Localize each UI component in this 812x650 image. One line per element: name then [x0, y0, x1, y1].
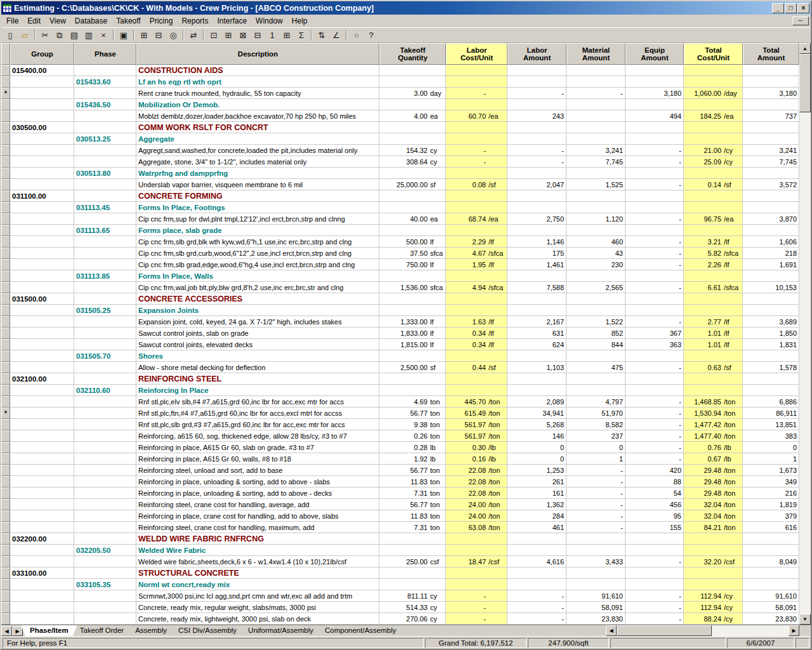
cell-description[interactable]: Rnf stl,plc,ftn,#4 #7,a615,grd 60,inc lb…	[136, 408, 379, 419]
cell-labor-cost-unit[interactable]	[446, 168, 508, 179]
vertical-scroll-track[interactable]	[799, 112, 811, 614]
cell-total-amount[interactable]	[743, 567, 799, 579]
cell-group[interactable]	[10, 396, 74, 408]
cell-total-cost-unit[interactable]: 0.14/sf	[684, 179, 743, 190]
cell-total-cost-unit[interactable]: 0.76/lb	[684, 442, 743, 453]
cell-group[interactable]	[10, 145, 74, 156]
cell-material-amount[interactable]	[566, 133, 625, 145]
cell-phase[interactable]	[74, 396, 136, 408]
cell-total-cost-unit[interactable]: 1,477.40/ton	[684, 430, 743, 442]
cell-equip-amount[interactable]	[625, 168, 684, 179]
cell-group[interactable]	[10, 248, 74, 259]
row-header[interactable]	[1, 282, 10, 293]
cell-takeoff-quantity[interactable]	[379, 225, 446, 236]
cell-group[interactable]	[10, 465, 74, 476]
menu-file[interactable]: File	[2, 15, 23, 27]
cell-takeoff-quantity[interactable]: 56.77ton	[379, 499, 446, 510]
cell-material-amount[interactable]: 4,797	[566, 396, 625, 408]
cell-phase[interactable]	[74, 488, 136, 499]
cell-phase[interactable]: 032110.60	[74, 385, 136, 396]
cell-labor-cost-unit[interactable]: 4.94/sfca	[446, 282, 508, 293]
cell-equip-amount[interactable]	[625, 133, 684, 145]
minimize-button[interactable]: _	[772, 3, 784, 13]
cell-labor-cost-unit[interactable]: -	[446, 602, 508, 613]
cell-material-amount[interactable]	[566, 202, 625, 213]
cell-equip-amount[interactable]: -	[625, 396, 684, 408]
cell-group[interactable]	[10, 579, 74, 590]
cell-material-amount[interactable]: 3,433	[566, 556, 625, 567]
cell-material-amount[interactable]: 43	[566, 248, 625, 259]
cell-equip-amount[interactable]: -	[625, 419, 684, 430]
cell-material-amount[interactable]: 1,120	[566, 213, 625, 225]
cell-total-amount[interactable]: 616	[743, 522, 799, 533]
cell-material-amount[interactable]: 7,745	[566, 156, 625, 168]
cell-equip-amount[interactable]	[625, 76, 684, 88]
cell-group[interactable]	[10, 419, 74, 430]
find-icon[interactable]: ◎	[166, 29, 180, 42]
cell-equip-amount[interactable]: -	[625, 613, 684, 625]
cell-group[interactable]: 032200.00	[10, 533, 74, 545]
cell-labor-cost-unit[interactable]	[446, 133, 508, 145]
cell-phase[interactable]	[74, 190, 136, 202]
cell-phase[interactable]	[74, 567, 136, 579]
cell-description[interactable]: Moblzt demblz,dozer,loader,backhoe excav…	[136, 110, 379, 122]
cell-material-amount[interactable]: 3,241	[566, 145, 625, 156]
cell-total-amount[interactable]	[743, 385, 799, 396]
cell-material-amount[interactable]: 230	[566, 259, 625, 270]
row-header[interactable]	[1, 430, 10, 442]
cell-labor-amount[interactable]: 2,167	[508, 316, 566, 328]
cell-description[interactable]: Reinforcing in place, unloading & sortin…	[136, 488, 379, 499]
cell-takeoff-quantity[interactable]: 270.06cy	[379, 613, 446, 625]
cell-takeoff-quantity[interactable]: 11.83ton	[379, 476, 446, 488]
tab-scroll-right-icon[interactable]: ▶	[12, 626, 23, 636]
cell-group[interactable]: 015400.00	[10, 65, 74, 76]
cell-labor-amount[interactable]: 261	[508, 476, 566, 488]
cell-labor-amount[interactable]: 161	[508, 488, 566, 499]
cell-labor-cost-unit[interactable]	[446, 99, 508, 110]
cell-labor-cost-unit[interactable]: 24.00/ton	[446, 510, 508, 522]
cell-total-cost-unit[interactable]	[684, 385, 743, 396]
cell-total-amount[interactable]: 10,153	[743, 282, 799, 293]
cell-labor-cost-unit[interactable]	[446, 225, 508, 236]
cell-total-cost-unit[interactable]	[684, 533, 743, 545]
cell-group[interactable]	[10, 499, 74, 510]
cell-total-amount[interactable]: 7,745	[743, 156, 799, 168]
cell-phase[interactable]: 033105.35	[74, 579, 136, 590]
cell-labor-amount[interactable]: 7,588	[508, 282, 566, 293]
column-header-lamt[interactable]: Labor Amount	[508, 43, 566, 65]
cell-description[interactable]: Rnf stl,plc,elv slb,#4 #7,a615,grd 60,in…	[136, 396, 379, 408]
cell-description[interactable]: Sawcut control joints, slab on grade	[136, 328, 379, 339]
cell-labor-cost-unit[interactable]	[446, 293, 508, 305]
cell-description[interactable]: Reinforcing In Place	[136, 385, 379, 396]
cell-takeoff-quantity[interactable]	[379, 190, 446, 202]
cell-total-amount[interactable]: 3,180	[743, 88, 799, 99]
cell-takeoff-quantity[interactable]: 9.38ton	[379, 419, 446, 430]
cell-total-cost-unit[interactable]: 112.94/cy	[684, 590, 743, 602]
cell-description[interactable]: Allow - shore metal decking for deflecti…	[136, 362, 379, 373]
cell-description[interactable]: Scrmnwt,3000 psi,inc lcl agg,snd,prt cmn…	[136, 590, 379, 602]
cell-labor-amount[interactable]	[508, 533, 566, 545]
cell-equip-amount[interactable]: 54	[625, 488, 684, 499]
cell-labor-cost-unit[interactable]	[446, 579, 508, 590]
cell-total-cost-unit[interactable]: 112.94/cy	[684, 602, 743, 613]
cell-labor-cost-unit[interactable]: 0.34/lf	[446, 339, 508, 350]
cell-labor-amount[interactable]: 2,750	[508, 213, 566, 225]
cell-phase[interactable]: 030513.25	[74, 133, 136, 145]
cell-labor-amount[interactable]	[508, 168, 566, 179]
cell-takeoff-quantity[interactable]: 811.11cy	[379, 590, 446, 602]
cell-description[interactable]: Concrete, ready mix, regular weight, sla…	[136, 602, 379, 613]
cell-group[interactable]	[10, 270, 74, 282]
cell-equip-amount[interactable]: 155	[625, 522, 684, 533]
cell-takeoff-quantity[interactable]: 7.31ton	[379, 522, 446, 533]
row-header[interactable]	[1, 270, 10, 282]
row-header[interactable]	[1, 476, 10, 488]
cell-description[interactable]: Aggregate, stone, 3/4" to 1-1/2", includ…	[136, 156, 379, 168]
cell-equip-amount[interactable]: -	[625, 453, 684, 465]
cell-phase[interactable]	[74, 316, 136, 328]
cell-takeoff-quantity[interactable]: 0.26ton	[379, 430, 446, 442]
cell-labor-amount[interactable]	[508, 579, 566, 590]
cell-total-amount[interactable]: 58,091	[743, 602, 799, 613]
row-header[interactable]	[1, 419, 10, 430]
cell-material-amount[interactable]	[566, 567, 625, 579]
cell-labor-amount[interactable]: -	[508, 613, 566, 625]
